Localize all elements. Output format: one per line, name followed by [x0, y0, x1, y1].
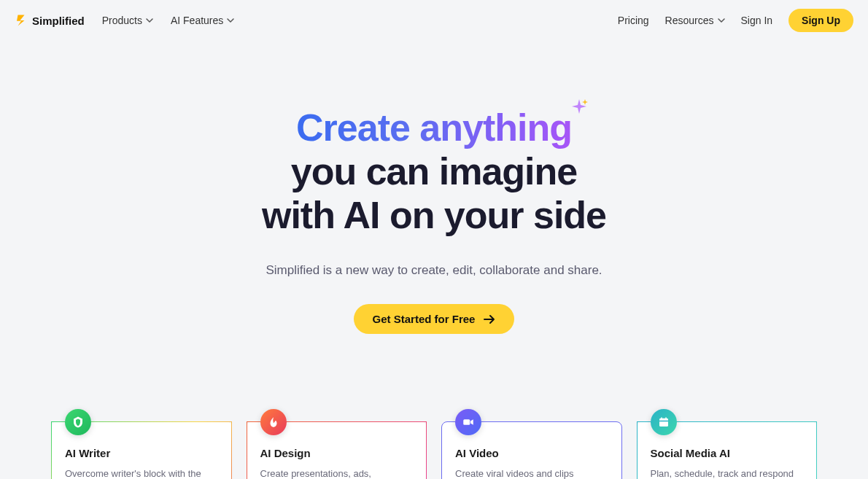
brand-logo[interactable]: Simplified: [15, 14, 85, 27]
nav-products[interactable]: Products: [102, 15, 153, 26]
card-ai-video[interactable]: AI Video Create viral videos and clips i…: [441, 421, 622, 479]
card-title: AI Writer: [65, 447, 218, 459]
hero-subtitle: Simplified is a new way to create, edit,…: [15, 263, 853, 278]
svg-rect-3: [665, 418, 667, 420]
ai-video-icon: [455, 409, 481, 435]
hero-gradient-text: Create anything: [296, 106, 572, 149]
card-title: AI Design: [260, 447, 414, 459]
nav-products-label: Products: [102, 15, 142, 26]
brand-name: Simplified: [32, 15, 85, 27]
card-desc: Create viral videos and clips instantly …: [455, 467, 608, 479]
nav-signin[interactable]: Sign In: [741, 15, 773, 26]
top-nav: Simplified Products AI Features Pricing …: [0, 0, 868, 41]
svg-rect-0: [463, 420, 470, 426]
card-desc: Create presentations, ads, thumbnails & …: [260, 467, 414, 479]
hero-headline: Create anything you can imagine with AI …: [15, 106, 853, 237]
card-title: Social Media AI: [651, 447, 804, 459]
card-social-media-ai[interactable]: Social Media AI Plan, schedule, track an…: [637, 421, 818, 479]
arrow-right-icon: [484, 314, 495, 324]
social-media-ai-icon: [651, 409, 677, 435]
nav-pricing[interactable]: Pricing: [618, 15, 649, 26]
card-desc: Plan, schedule, track and respond on all…: [651, 467, 804, 479]
nav-resources[interactable]: Resources: [665, 15, 725, 26]
card-desc: Overcome writer's block with the power o…: [65, 467, 218, 479]
nav-ai-features-label: AI Features: [171, 15, 223, 26]
hero-line2: you can imagine: [291, 150, 577, 192]
sparkle-icon: [570, 99, 588, 117]
logo-icon: [15, 14, 28, 27]
card-ai-design[interactable]: AI Design Create presentations, ads, thu…: [247, 421, 427, 479]
chevron-down-icon: [718, 17, 725, 24]
chevron-down-icon: [227, 17, 234, 24]
card-title: AI Video: [455, 447, 608, 459]
nav-right: Pricing Resources Sign In Sign Up: [618, 9, 853, 32]
svg-rect-2: [661, 418, 662, 420]
card-ai-writer[interactable]: AI Writer Overcome writer's block with t…: [51, 421, 232, 479]
svg-rect-4: [659, 421, 668, 422]
cta-label: Get Started for Free: [373, 313, 476, 325]
svg-rect-1: [659, 418, 668, 427]
ai-writer-icon: [65, 409, 91, 435]
get-started-button[interactable]: Get Started for Free: [354, 304, 515, 334]
signup-button[interactable]: Sign Up: [788, 9, 853, 32]
chevron-down-icon: [146, 17, 153, 24]
ai-design-icon: [260, 409, 287, 435]
hero-section: Create anything you can imagine with AI …: [0, 41, 868, 363]
feature-cards: AI Writer Overcome writer's block with t…: [0, 363, 868, 479]
nav-ai-features[interactable]: AI Features: [171, 15, 234, 26]
hero-line3: with AI on your side: [262, 194, 606, 236]
